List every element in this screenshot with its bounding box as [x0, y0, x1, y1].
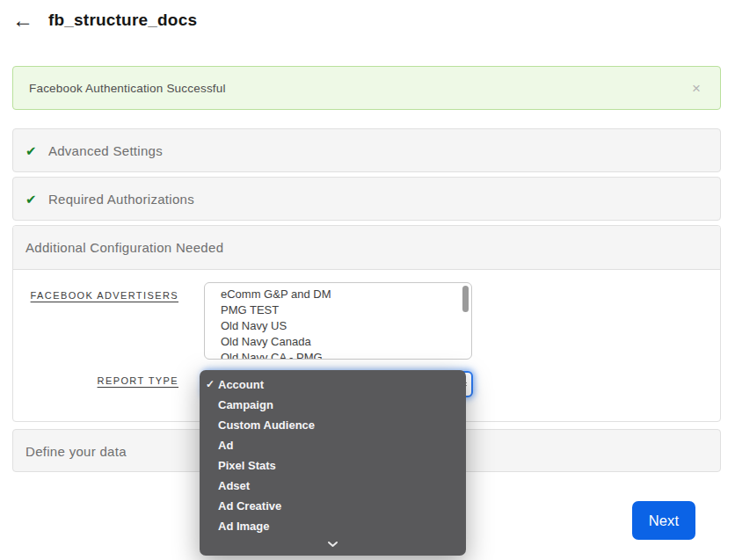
facebook-advertisers-label: FACEBOOK ADVERTISERS	[13, 290, 178, 301]
listbox-option[interactable]: eComm G&P and DM	[205, 287, 471, 302]
menu-item-pixel-stats[interactable]: Pixel Stats	[200, 455, 466, 476]
menu-item-label: Campaign	[218, 398, 273, 411]
listbox-option[interactable]: PMG TEST	[205, 302, 471, 318]
next-button[interactable]: Next	[632, 501, 695, 540]
page-header: ← fb_structure_docs	[12, 9, 197, 32]
success-banner: Facebook Authentication Successful ×	[12, 66, 721, 110]
success-banner-message: Facebook Authentication Successful	[29, 82, 688, 95]
section-label: Additional Configuration Needed	[25, 240, 223, 255]
section-advanced-settings: ✔ Advanced Settings	[12, 128, 721, 172]
menu-item-label: Adset	[218, 479, 250, 492]
menu-item-label: Custom Audience	[218, 418, 315, 432]
selected-check-icon: ✓	[206, 375, 215, 395]
close-icon[interactable]: ×	[688, 81, 704, 96]
section-additional-configuration-header[interactable]: Additional Configuration Needed	[13, 226, 720, 270]
check-icon: ✔	[25, 144, 37, 157]
scroll-down-chevron-icon[interactable]	[200, 536, 466, 552]
menu-item-campaign[interactable]: Campaign	[200, 395, 466, 415]
section-label: Advanced Settings	[48, 143, 163, 158]
facebook-advertisers-listbox[interactable]: eComm G&P and DM PMG TEST Old Navy US Ol…	[204, 282, 472, 360]
menu-item-label: Account	[218, 378, 264, 391]
section-advanced-settings-header[interactable]: ✔ Advanced Settings	[13, 129, 720, 171]
section-required-authorizations-header[interactable]: ✔ Required Authorizations	[13, 178, 720, 220]
menu-item-account[interactable]: ✓ Account	[200, 375, 466, 395]
menu-item-adset[interactable]: Adset	[200, 476, 466, 496]
back-arrow-icon[interactable]: ←	[12, 9, 33, 32]
check-icon: ✔	[25, 193, 37, 206]
menu-item-label: Ad	[218, 439, 233, 452]
menu-item-label: Ad Image	[218, 520, 270, 533]
menu-item-label: Pixel Stats	[218, 459, 276, 472]
section-label: Required Authorizations	[48, 192, 194, 207]
menu-item-ad[interactable]: Ad	[200, 435, 466, 455]
menu-item-ad-creative[interactable]: Ad Creative	[200, 496, 466, 516]
report-type-label: REPORT TYPE	[13, 375, 178, 386]
scrollbar-thumb[interactable]	[462, 286, 469, 312]
listbox-option[interactable]: Old Navy Canada	[205, 334, 471, 350]
section-label: Define your data	[25, 444, 127, 459]
menu-item-ad-image[interactable]: Ad Image	[200, 516, 466, 536]
menu-item-custom-audience[interactable]: Custom Audience	[200, 415, 466, 435]
section-required-authorizations: ✔ Required Authorizations	[12, 177, 721, 221]
report-type-dropdown-menu: ✓ Account Campaign Custom Audience Ad Pi…	[200, 370, 466, 556]
connection-setup-page: ← fb_structure_docs Facebook Authenticat…	[0, 0, 735, 560]
page-title: fb_structure_docs	[48, 11, 197, 30]
listbox-option[interactable]: Old Navy US	[205, 318, 471, 334]
listbox-option[interactable]: Old Navy CA - PMG	[205, 350, 471, 360]
menu-item-label: Ad Creative	[218, 499, 281, 513]
